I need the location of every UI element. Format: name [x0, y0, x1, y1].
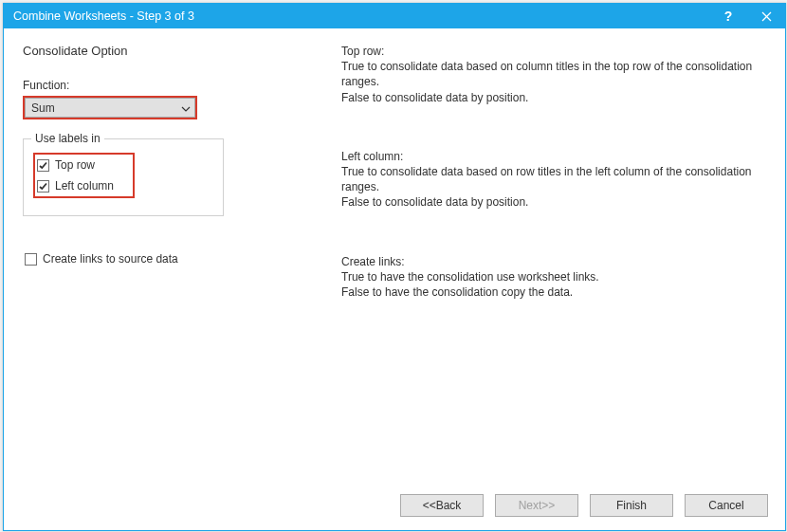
cancel-label: Cancel [708, 499, 743, 512]
group-legend: Use labels in [31, 132, 104, 145]
desc-line: False to consolidate data by position. [341, 90, 766, 105]
desc-line: False to consolidate data by position. [341, 194, 766, 210]
desc-line: True to consolidate data based on column… [341, 59, 766, 89]
top-row-description: Top row: True to consolidate data based … [341, 44, 766, 105]
top-row-label: Top row [55, 158, 95, 172]
create-links-option[interactable]: Create links to source data [23, 248, 336, 269]
finish-label: Finish [616, 499, 647, 512]
titlebar: Combine Worksheets - Step 3 of 3 ? [4, 4, 785, 28]
close-button[interactable] [747, 4, 785, 28]
check-icon [39, 161, 47, 170]
back-label: <<Back [423, 499, 462, 512]
dialog-window: Combine Worksheets - Step 3 of 3 ? Conso… [3, 3, 786, 531]
next-label: Next>> [519, 499, 556, 512]
desc-line: False to have the consolidation copy the… [341, 284, 766, 300]
use-labels-group: Use labels in Top row Left c [23, 138, 224, 216]
desc-title: Left column: [341, 149, 766, 164]
next-button: Next>> [495, 494, 578, 517]
desc-title: Top row: [341, 44, 766, 59]
dialog-content: Consolidate Option Function: Sum Use lab… [4, 28, 785, 530]
cancel-button[interactable]: Cancel [685, 494, 768, 517]
desc-line: True to have the consolidation use works… [341, 269, 766, 284]
function-highlight: Sum [23, 96, 197, 119]
function-value: Sum [31, 101, 181, 115]
function-dropdown[interactable]: Sum [25, 98, 195, 118]
create-links-label: Create links to source data [43, 252, 178, 266]
check-icon [39, 182, 47, 191]
left-pane: Consolidate Option Function: Sum Use lab… [23, 44, 336, 475]
close-icon [761, 11, 772, 22]
desc-line: True to consolidate data based on row ti… [341, 164, 766, 194]
create-links-description: Create links: True to have the consolida… [341, 254, 766, 301]
left-column-option[interactable]: Left column [35, 175, 116, 196]
left-column-label: Left column [55, 179, 114, 193]
dialog-body: Consolidate Option Function: Sum Use lab… [4, 28, 785, 485]
section-heading: Consolidate Option [23, 44, 336, 58]
function-label: Function: [23, 79, 336, 92]
button-bar: <<Back Next>> Finish Cancel [4, 485, 785, 530]
chevron-down-icon [181, 101, 191, 115]
desc-title: Create links: [341, 254, 766, 269]
create-links-checkbox[interactable] [25, 253, 37, 266]
left-column-checkbox[interactable] [37, 180, 49, 193]
back-button[interactable]: <<Back [400, 494, 484, 517]
top-row-checkbox[interactable] [37, 159, 49, 172]
top-row-option[interactable]: Top row [35, 155, 116, 175]
left-column-description: Left column: True to consolidate data ba… [341, 149, 766, 211]
finish-button[interactable]: Finish [590, 494, 673, 517]
help-button[interactable]: ? [709, 4, 747, 28]
labels-highlight: Top row Left column [33, 153, 135, 198]
right-pane: Top row: True to consolidate data based … [336, 44, 766, 475]
window-title: Combine Worksheets - Step 3 of 3 [13, 9, 709, 23]
